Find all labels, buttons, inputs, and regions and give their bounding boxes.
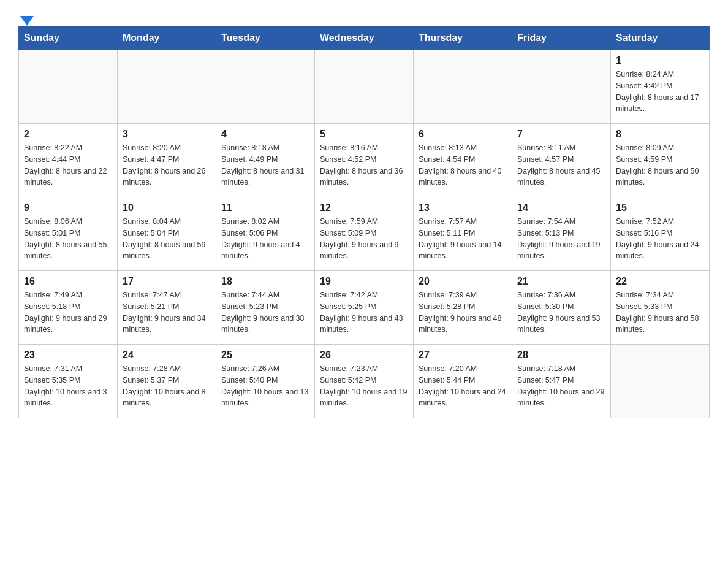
calendar-cell: 2Sunrise: 8:22 AMSunset: 4:44 PMDaylight… xyxy=(19,124,118,197)
day-number: 3 xyxy=(123,129,211,140)
calendar-week-2: 2Sunrise: 8:22 AMSunset: 4:44 PMDaylight… xyxy=(19,124,710,197)
calendar-cell xyxy=(512,50,611,124)
calendar-cell: 26Sunrise: 7:23 AMSunset: 5:42 PMDayligh… xyxy=(315,345,414,418)
day-number: 13 xyxy=(419,202,507,213)
day-info: Sunrise: 7:44 AMSunset: 5:23 PMDaylight:… xyxy=(221,289,309,335)
calendar-cell: 28Sunrise: 7:18 AMSunset: 5:47 PMDayligh… xyxy=(512,345,611,418)
calendar-cell: 5Sunrise: 8:16 AMSunset: 4:52 PMDaylight… xyxy=(315,124,414,197)
column-header-monday: Monday xyxy=(118,26,216,50)
page-header xyxy=(18,12,710,20)
day-info: Sunrise: 7:42 AMSunset: 5:25 PMDaylight:… xyxy=(320,289,408,335)
day-info: Sunrise: 8:09 AMSunset: 4:59 PMDaylight:… xyxy=(616,142,704,188)
column-header-friday: Friday xyxy=(512,26,611,50)
day-info: Sunrise: 7:23 AMSunset: 5:42 PMDaylight:… xyxy=(320,363,408,409)
day-number: 25 xyxy=(221,350,309,361)
day-info: Sunrise: 7:31 AMSunset: 5:35 PMDaylight:… xyxy=(24,363,112,409)
day-info: Sunrise: 7:26 AMSunset: 5:40 PMDaylight:… xyxy=(221,363,309,409)
column-header-wednesday: Wednesday xyxy=(315,26,414,50)
day-number: 24 xyxy=(123,350,211,361)
calendar-cell: 8Sunrise: 8:09 AMSunset: 4:59 PMDaylight… xyxy=(611,124,710,197)
day-info: Sunrise: 8:11 AMSunset: 4:57 PMDaylight:… xyxy=(517,142,605,188)
calendar-cell xyxy=(414,50,512,124)
calendar-cell: 21Sunrise: 7:36 AMSunset: 5:30 PMDayligh… xyxy=(512,271,611,345)
day-info: Sunrise: 8:02 AMSunset: 5:06 PMDaylight:… xyxy=(221,216,309,262)
day-number: 18 xyxy=(221,276,309,287)
day-number: 20 xyxy=(419,276,507,287)
day-info: Sunrise: 8:24 AMSunset: 4:42 PMDaylight:… xyxy=(616,69,704,115)
column-header-tuesday: Tuesday xyxy=(216,26,315,50)
day-number: 26 xyxy=(320,350,408,361)
day-info: Sunrise: 8:04 AMSunset: 5:04 PMDaylight:… xyxy=(123,216,211,262)
day-info: Sunrise: 8:16 AMSunset: 4:52 PMDaylight:… xyxy=(320,142,408,188)
calendar-cell: 16Sunrise: 7:49 AMSunset: 5:18 PMDayligh… xyxy=(19,271,118,345)
calendar-cell: 6Sunrise: 8:13 AMSunset: 4:54 PMDaylight… xyxy=(414,124,512,197)
calendar-cell: 22Sunrise: 7:34 AMSunset: 5:33 PMDayligh… xyxy=(611,271,710,345)
day-number: 23 xyxy=(24,350,112,361)
calendar-cell: 10Sunrise: 8:04 AMSunset: 5:04 PMDayligh… xyxy=(118,197,216,271)
day-number: 5 xyxy=(320,129,408,140)
day-info: Sunrise: 7:28 AMSunset: 5:37 PMDaylight:… xyxy=(123,363,211,409)
day-info: Sunrise: 7:18 AMSunset: 5:47 PMDaylight:… xyxy=(517,363,605,409)
calendar-week-5: 23Sunrise: 7:31 AMSunset: 5:35 PMDayligh… xyxy=(19,345,710,418)
calendar-cell xyxy=(19,50,118,124)
day-number: 6 xyxy=(419,129,507,140)
calendar-cell: 7Sunrise: 8:11 AMSunset: 4:57 PMDaylight… xyxy=(512,124,611,197)
calendar-cell: 13Sunrise: 7:57 AMSunset: 5:11 PMDayligh… xyxy=(414,197,512,271)
column-header-thursday: Thursday xyxy=(414,26,512,50)
day-number: 15 xyxy=(616,202,704,213)
calendar-cell xyxy=(216,50,315,124)
day-number: 9 xyxy=(24,202,112,213)
day-number: 8 xyxy=(616,129,704,140)
day-number: 19 xyxy=(320,276,408,287)
calendar-cell: 1Sunrise: 8:24 AMSunset: 4:42 PMDaylight… xyxy=(611,50,710,124)
calendar-cell: 12Sunrise: 7:59 AMSunset: 5:09 PMDayligh… xyxy=(315,197,414,271)
calendar-cell: 19Sunrise: 7:42 AMSunset: 5:25 PMDayligh… xyxy=(315,271,414,345)
calendar-cell: 24Sunrise: 7:28 AMSunset: 5:37 PMDayligh… xyxy=(118,345,216,418)
calendar-cell: 23Sunrise: 7:31 AMSunset: 5:35 PMDayligh… xyxy=(19,345,118,418)
day-info: Sunrise: 8:22 AMSunset: 4:44 PMDaylight:… xyxy=(24,142,112,188)
calendar-cell: 25Sunrise: 7:26 AMSunset: 5:40 PMDayligh… xyxy=(216,345,315,418)
day-info: Sunrise: 7:57 AMSunset: 5:11 PMDaylight:… xyxy=(419,216,507,262)
day-info: Sunrise: 8:06 AMSunset: 5:01 PMDaylight:… xyxy=(24,216,112,262)
day-info: Sunrise: 8:18 AMSunset: 4:49 PMDaylight:… xyxy=(221,142,309,188)
calendar-table: SundayMondayTuesdayWednesdayThursdayFrid… xyxy=(18,26,710,418)
day-number: 2 xyxy=(24,129,112,140)
logo xyxy=(18,12,34,20)
day-number: 7 xyxy=(517,129,605,140)
calendar-cell xyxy=(118,50,216,124)
calendar-cell: 20Sunrise: 7:39 AMSunset: 5:28 PMDayligh… xyxy=(414,271,512,345)
calendar-header-row: SundayMondayTuesdayWednesdayThursdayFrid… xyxy=(19,26,710,50)
day-number: 27 xyxy=(419,350,507,361)
day-info: Sunrise: 7:49 AMSunset: 5:18 PMDaylight:… xyxy=(24,289,112,335)
calendar-cell: 4Sunrise: 8:18 AMSunset: 4:49 PMDaylight… xyxy=(216,124,315,197)
calendar-week-1: 1Sunrise: 8:24 AMSunset: 4:42 PMDaylight… xyxy=(19,50,710,124)
day-number: 22 xyxy=(616,276,704,287)
logo-triangle-icon xyxy=(20,16,34,26)
day-number: 16 xyxy=(24,276,112,287)
column-header-saturday: Saturday xyxy=(611,26,710,50)
calendar-cell: 17Sunrise: 7:47 AMSunset: 5:21 PMDayligh… xyxy=(118,271,216,345)
calendar-week-3: 9Sunrise: 8:06 AMSunset: 5:01 PMDaylight… xyxy=(19,197,710,271)
day-number: 4 xyxy=(221,129,309,140)
calendar-cell: 15Sunrise: 7:52 AMSunset: 5:16 PMDayligh… xyxy=(611,197,710,271)
calendar-cell: 18Sunrise: 7:44 AMSunset: 5:23 PMDayligh… xyxy=(216,271,315,345)
calendar-cell xyxy=(315,50,414,124)
calendar-cell: 3Sunrise: 8:20 AMSunset: 4:47 PMDaylight… xyxy=(118,124,216,197)
calendar-cell: 14Sunrise: 7:54 AMSunset: 5:13 PMDayligh… xyxy=(512,197,611,271)
day-number: 11 xyxy=(221,202,309,213)
calendar-week-4: 16Sunrise: 7:49 AMSunset: 5:18 PMDayligh… xyxy=(19,271,710,345)
day-info: Sunrise: 7:59 AMSunset: 5:09 PMDaylight:… xyxy=(320,216,408,262)
calendar-cell: 27Sunrise: 7:20 AMSunset: 5:44 PMDayligh… xyxy=(414,345,512,418)
day-info: Sunrise: 8:20 AMSunset: 4:47 PMDaylight:… xyxy=(123,142,211,188)
calendar-cell: 11Sunrise: 8:02 AMSunset: 5:06 PMDayligh… xyxy=(216,197,315,271)
day-info: Sunrise: 7:20 AMSunset: 5:44 PMDaylight:… xyxy=(419,363,507,409)
day-number: 21 xyxy=(517,276,605,287)
day-info: Sunrise: 7:34 AMSunset: 5:33 PMDaylight:… xyxy=(616,289,704,335)
day-info: Sunrise: 7:52 AMSunset: 5:16 PMDaylight:… xyxy=(616,216,704,262)
calendar-cell: 9Sunrise: 8:06 AMSunset: 5:01 PMDaylight… xyxy=(19,197,118,271)
day-info: Sunrise: 8:13 AMSunset: 4:54 PMDaylight:… xyxy=(419,142,507,188)
day-number: 28 xyxy=(517,350,605,361)
day-info: Sunrise: 7:54 AMSunset: 5:13 PMDaylight:… xyxy=(517,216,605,262)
day-info: Sunrise: 7:39 AMSunset: 5:28 PMDaylight:… xyxy=(419,289,507,335)
day-number: 17 xyxy=(123,276,211,287)
